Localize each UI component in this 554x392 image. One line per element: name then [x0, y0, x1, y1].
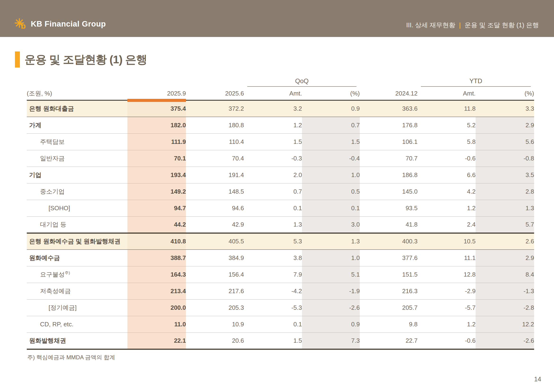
value-qoq-amt: 2.0 [244, 167, 302, 183]
value-ytd-amt: -2.9 [418, 283, 476, 299]
row-label: [SOHO] [27, 200, 127, 216]
value-2025-6: 70.4 [186, 150, 244, 167]
value-qoq-amt: 3.2 [244, 100, 302, 117]
value-2025-9: 375.4 [127, 100, 186, 117]
col-header-qoq-pct: (%) [302, 87, 360, 100]
value-2025-6: 94.6 [186, 200, 244, 216]
row-label: 원화발행채권 [27, 333, 127, 349]
value-ytd-amt: 10.5 [418, 233, 476, 250]
value-qoq-pct: 5.1 [302, 266, 360, 283]
value-2024-12: 400.3 [360, 233, 418, 250]
value-2025-6: 20.6 [186, 333, 244, 349]
table-body: 은행 원화대출금375.4372.23.20.9363.611.83.3가계18… [27, 100, 534, 349]
value-qoq-pct: 1.0 [302, 250, 360, 266]
table-row: 은행 원화예수금 및 원화발행채권410.8405.55.31.3400.310… [27, 233, 534, 250]
value-2025-6: 148.5 [186, 183, 244, 200]
value-qoq-pct: -2.6 [302, 299, 360, 316]
value-ytd-pct: 2.8 [476, 183, 534, 200]
value-2025-9: 164.3 [127, 266, 186, 283]
value-2025-6: 372.2 [186, 100, 244, 117]
value-2024-12: 205.7 [360, 299, 418, 316]
value-qoq-amt: -0.3 [244, 150, 302, 167]
value-2024-12: 145.0 [360, 183, 418, 200]
table-row: 주택담보111.9110.41.51.5106.15.85.6 [27, 133, 534, 150]
row-label: 은행 원화예수금 및 원화발행채권 [27, 233, 127, 250]
value-ytd-amt: -0.6 [418, 333, 476, 349]
value-2025-9: 111.9 [127, 133, 186, 150]
value-ytd-amt: 2.4 [418, 216, 476, 233]
row-label: 대기업 등 [27, 216, 127, 233]
value-ytd-pct: 2.6 [476, 233, 534, 250]
group-header-ytd: YTD [418, 77, 534, 87]
value-2025-9: 200.0 [127, 299, 186, 316]
row-label: 요구불성주) [27, 266, 127, 283]
value-ytd-amt: 5.8 [418, 133, 476, 150]
slide: ✳ b KB Financial Group III. 상세 재무현황|운용 및… [0, 0, 554, 392]
value-qoq-pct: -1.9 [302, 283, 360, 299]
table-row: [정기예금]200.0205.3-5.3-2.6205.7-5.7-2.8 [27, 299, 534, 316]
value-qoq-amt: -4.2 [244, 283, 302, 299]
value-2024-12: 70.7 [360, 150, 418, 167]
value-ytd-pct: -1.3 [476, 283, 534, 299]
value-ytd-amt: -5.7 [418, 299, 476, 316]
table-row: 일반자금70.170.4-0.3-0.470.7-0.6-0.8 [27, 150, 534, 167]
value-2025-9: 149.2 [127, 183, 186, 200]
value-2024-12: 151.5 [360, 266, 418, 283]
value-2025-6: 405.5 [186, 233, 244, 250]
value-ytd-pct: 3.3 [476, 100, 534, 117]
title-accent-bar [15, 51, 20, 68]
table-header: QoQ YTD (조원, %) 2025.9 2025.6 Amt. (%) 2… [27, 77, 534, 100]
value-qoq-pct: 3.0 [302, 216, 360, 233]
value-2025-6: 191.4 [186, 167, 244, 183]
row-label: 은행 원화대출금 [27, 100, 127, 117]
value-2025-9: 94.7 [127, 200, 186, 216]
value-qoq-amt: 0.7 [244, 183, 302, 200]
financial-table: QoQ YTD (조원, %) 2025.9 2025.6 Amt. (%) 2… [27, 77, 534, 350]
row-label: CD, RP, etc. [27, 316, 127, 333]
breadcrumb-separator: | [455, 21, 465, 29]
value-qoq-pct: 1.0 [302, 167, 360, 183]
value-qoq-amt: 1.3 [244, 216, 302, 233]
value-qoq-amt: 0.1 [244, 316, 302, 333]
value-qoq-pct: 0.1 [302, 200, 360, 216]
row-label: 원화예수금 [27, 250, 127, 266]
col-header-2025-6: 2025.6 [186, 87, 244, 100]
table-row: 가계182.0180.81.20.7176.85.22.9 [27, 117, 534, 133]
title-block: 운용 및 조달현황 (1) 은행 [15, 51, 147, 68]
value-2025-9: 410.8 [127, 233, 186, 250]
value-ytd-pct: -2.6 [476, 333, 534, 349]
value-ytd-amt: 1.2 [418, 316, 476, 333]
value-ytd-pct: 2.9 [476, 250, 534, 266]
value-2025-6: 180.8 [186, 117, 244, 133]
value-qoq-pct: 1.3 [302, 233, 360, 250]
value-2025-9: 44.2 [127, 216, 186, 233]
table-row: 원화발행채권22.120.61.57.322.7-0.6-2.6 [27, 333, 534, 349]
breadcrumb: III. 상세 재무현황|운용 및 조달 현황 (1) 은행 [406, 21, 539, 29]
unit-label: (조원, %) [27, 87, 127, 100]
value-ytd-amt: 12.8 [418, 266, 476, 283]
footnote-marker: 주) [65, 271, 70, 275]
top-header-bar: ✳ b KB Financial Group III. 상세 재무현황|운용 및… [0, 0, 554, 37]
value-2025-6: 110.4 [186, 133, 244, 150]
value-2025-9: 193.4 [127, 167, 186, 183]
current-period-accent-bar [127, 99, 186, 102]
value-2025-6: 156.4 [186, 266, 244, 283]
col-header-2024-12: 2024.12 [360, 87, 418, 100]
group-header-qoq: QoQ [244, 77, 360, 87]
value-qoq-amt: 5.3 [244, 233, 302, 250]
row-label: 주택담보 [27, 133, 127, 150]
value-qoq-amt: 7.9 [244, 266, 302, 283]
value-ytd-amt: 5.2 [418, 117, 476, 133]
value-qoq-pct: 0.9 [302, 316, 360, 333]
table-row: 대기업 등44.242.91.33.041.82.45.7 [27, 216, 534, 233]
table-row: 기업193.4191.42.01.0186.86.63.5 [27, 167, 534, 183]
kb-star-icon: ✳ b [14, 17, 28, 31]
value-ytd-amt: 11.8 [418, 100, 476, 117]
table-row: 원화예수금388.7384.93.81.0377.611.12.9 [27, 250, 534, 266]
value-ytd-amt: 1.2 [418, 200, 476, 216]
row-label: 기업 [27, 167, 127, 183]
value-2025-9: 22.1 [127, 333, 186, 349]
row-label: 저축성예금 [27, 283, 127, 299]
table-row: [SOHO]94.794.60.10.193.51.21.3 [27, 200, 534, 216]
value-qoq-amt: 1.2 [244, 117, 302, 133]
